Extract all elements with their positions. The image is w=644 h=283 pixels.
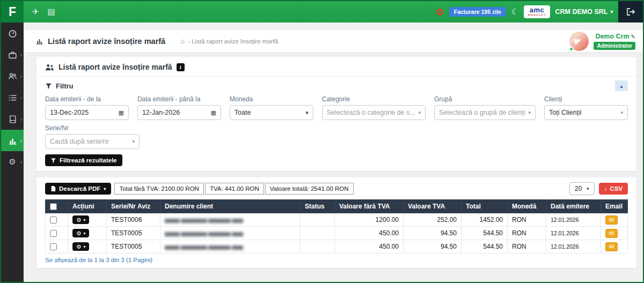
app-body: › › › xyxy=(1,23,643,282)
list-icon xyxy=(8,93,17,102)
group-select[interactable]: Selectează o grupă de clienți ▾ xyxy=(434,105,536,120)
book-icon xyxy=(8,115,17,124)
logout-icon xyxy=(626,8,635,16)
serie-select[interactable]: Caută după serie/nr ▾ xyxy=(45,134,140,149)
calendar-icon[interactable]: ▦ xyxy=(115,109,124,116)
download-pdf-button[interactable]: Descarcă PDF ▾ xyxy=(45,183,111,195)
download-csv-button[interactable]: ↓ CSV xyxy=(599,183,628,195)
row-select-cell xyxy=(46,240,68,254)
notebook-icon[interactable]: ▤ xyxy=(48,7,55,17)
page-size-value: 20 xyxy=(575,185,582,192)
chevron-down-icon: ▾ xyxy=(415,110,421,115)
time-tracking-icon[interactable]: ⊘ xyxy=(436,6,444,18)
company-menu[interactable]: CRM DEMO SRL ▾ xyxy=(555,8,613,16)
chevron-down-icon: ▾ xyxy=(610,9,613,14)
user-name: Demo Crm xyxy=(595,33,629,40)
avize-table: Acțiuni Serie/Nr Aviz Denumire client St… xyxy=(45,199,628,254)
client-name-redacted: ▆▆▆▆ ▆▆▆▆▆▆▆ ▆▆▆▆▆▆ ▆▆▆ xyxy=(165,218,243,223)
user-name-link[interactable]: Demo Crm✎ xyxy=(595,33,635,40)
date-to-input[interactable]: 12-Jan-2026 ▦ xyxy=(137,105,221,120)
divider xyxy=(36,76,636,77)
header-vat: Valoare TVA xyxy=(404,200,462,213)
vat-cell: 94.50 xyxy=(404,240,462,254)
results-card: Descarcă PDF ▾ Total fără TVA: 2100.00 R… xyxy=(36,177,636,268)
select-all-checkbox[interactable] xyxy=(50,203,57,210)
row-checkbox[interactable] xyxy=(50,243,57,250)
date-to-value: 12-Jan-2026 xyxy=(142,109,180,116)
row-checkbox[interactable] xyxy=(50,230,57,237)
field-label: Categorie xyxy=(322,95,426,103)
calendar-icon[interactable]: ▦ xyxy=(207,109,216,116)
online-status-dot xyxy=(569,47,574,51)
info-icon[interactable]: i xyxy=(177,63,185,71)
send-email-button[interactable]: ✉ xyxy=(605,215,618,225)
app-logo[interactable]: F xyxy=(1,1,24,23)
category-select[interactable]: Selectează o categorie de s... ▾ xyxy=(322,105,426,120)
sidebar-item-dashboard[interactable] xyxy=(1,23,24,44)
vat-cell: 252.00 xyxy=(404,213,462,227)
total-cell: 1452.00 xyxy=(462,213,508,227)
facturare-badge[interactable]: Facturare 195 zile xyxy=(449,7,506,17)
chevron-down-icon: ▾ xyxy=(83,218,85,222)
sidebar-item-lists[interactable]: › xyxy=(1,87,24,108)
net-cell: 1200.00 xyxy=(335,213,404,227)
status-cell xyxy=(301,213,335,227)
company-name: CRM DEMO SRL xyxy=(555,8,608,16)
send-email-button[interactable]: ✉ xyxy=(605,229,618,238)
funnel-icon xyxy=(50,158,56,163)
filter-field-group: Grupă Selectează o grupă de clienți ▾ xyxy=(434,95,536,120)
total-cell: 544.50 xyxy=(462,240,508,254)
funnel-icon xyxy=(45,83,52,90)
date-cell: 12.01.2026 xyxy=(546,227,601,240)
sidebar-item-settings[interactable]: ⚙ › xyxy=(1,151,24,173)
sidebar-item-reports[interactable]: › xyxy=(1,130,24,151)
paper-plane-icon[interactable]: ✈ xyxy=(32,7,39,17)
filter-field-clients: Clienți Toți Clienții ▾ xyxy=(544,95,628,120)
app-window: F ✈ ▤ ⊘ Facturare 195 zile ☾ amc WEBSOFT… xyxy=(0,0,644,283)
row-actions-button[interactable]: ⚙▾ xyxy=(72,215,89,224)
page-title: Listă raport avize însoțire marfă xyxy=(48,37,165,46)
collapse-filter-button[interactable]: ▴ xyxy=(615,80,628,91)
bar-chart-icon xyxy=(8,136,17,145)
date-from-value: 13-Dec-2025 xyxy=(50,109,89,116)
filter-field-serie: Serie/Nr Caută după serie/nr ▾ xyxy=(45,124,140,149)
download-icon: ↓ xyxy=(604,185,608,192)
avatar[interactable] xyxy=(569,32,589,51)
chevron-down-icon: ▾ xyxy=(302,109,309,116)
total-cell: 544.50 xyxy=(462,227,508,240)
filter-title: Filtru xyxy=(56,82,74,90)
date-from-input[interactable]: 13-Dec-2025 ▦ xyxy=(45,105,129,120)
report-title-row: Listă raport avize însoțire marfă i xyxy=(45,62,628,72)
amc-websoft-logo[interactable]: amc WEBSOFT xyxy=(524,5,550,19)
sidebar-item-clients[interactable]: › xyxy=(1,65,24,87)
category-placeholder: Selectează o categorie de s... xyxy=(327,109,415,116)
moon-icon[interactable]: ☾ xyxy=(511,7,518,17)
row-checkbox[interactable] xyxy=(50,217,57,224)
clients-select[interactable]: Toți Clienții ▾ xyxy=(544,105,628,120)
filter-submit-button[interactable]: Filtrează rezultatele xyxy=(45,154,122,166)
logout-button[interactable] xyxy=(618,1,643,23)
row-actions-button[interactable]: ⚙▾ xyxy=(72,229,89,237)
breadcrumb-bar: Listă raport avize însoțire marfă ⌂ - Li… xyxy=(24,30,643,53)
gear-icon: ⚙ xyxy=(76,243,81,250)
page-size-select[interactable]: 20 ▾ xyxy=(569,182,595,195)
table-toolbar: Descarcă PDF ▾ Total fără TVA: 2100.00 R… xyxy=(45,182,628,195)
home-icon[interactable]: ⌂ xyxy=(180,37,185,45)
csv-button-label: CSV xyxy=(610,185,623,192)
table-header-row: Acțiuni Serie/Nr Aviz Denumire client St… xyxy=(46,200,628,213)
row-actions-cell: ⚙▾ xyxy=(68,213,107,227)
email-cell: ✉ xyxy=(601,240,628,254)
field-label: Data emiterii - până la xyxy=(137,95,221,103)
sidebar-item-journal[interactable]: › xyxy=(1,108,24,130)
row-actions-button[interactable]: ⚙▾ xyxy=(72,242,89,251)
header-total: Total xyxy=(462,200,508,213)
currency-select[interactable]: Toate ▾ xyxy=(230,105,313,120)
send-email-button[interactable]: ✉ xyxy=(605,242,618,251)
client-cell: ▆▆▆▆ ▆▆▆▆▆▆▆ ▆▆▆▆▆▆ ▆▆▆ xyxy=(160,213,301,227)
dashboard-icon xyxy=(8,29,17,38)
envelope-icon: ✉ xyxy=(609,243,614,250)
sidebar-item-briefcase[interactable]: › xyxy=(1,44,24,65)
topbar: F ✈ ▤ ⊘ Facturare 195 zile ☾ amc WEBSOFT… xyxy=(1,1,643,23)
net-cell: 450.00 xyxy=(335,227,404,240)
group-icon xyxy=(45,63,54,71)
